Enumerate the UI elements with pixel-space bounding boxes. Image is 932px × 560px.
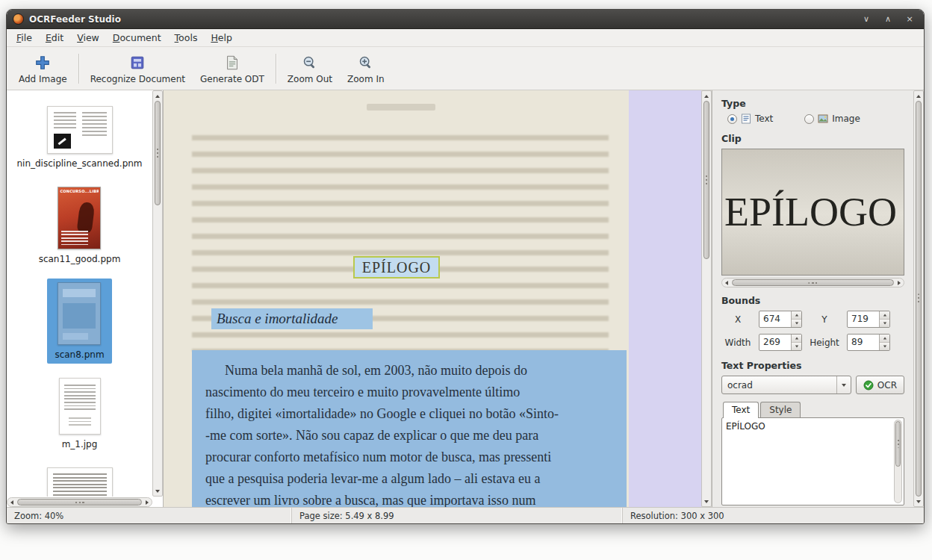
scroll-up-icon[interactable] [153, 92, 162, 100]
tab-text[interactable]: Text [723, 402, 759, 418]
pages-vertical-scrollbar[interactable] [152, 90, 163, 497]
page-size-status: Page size: 5.49 x 8.99 [292, 508, 623, 523]
height-spinner[interactable]: 89 [847, 334, 890, 351]
page-thumbnail[interactable] [59, 378, 101, 435]
scroll-down-icon[interactable] [702, 497, 711, 505]
scroll-up-icon[interactable] [914, 92, 923, 100]
titlebar[interactable]: OCRFeeder Studio ∨ ∧ × [7, 10, 924, 29]
page-header-smudge [367, 104, 435, 111]
recognized-text[interactable]: EPÍLOGO [726, 421, 892, 432]
ocr-engine-value: ocrad [722, 376, 836, 393]
scroll-down-icon[interactable] [153, 487, 162, 495]
spin-down-icon[interactable] [880, 342, 889, 350]
menu-file[interactable]: File [10, 29, 39, 46]
tab-style[interactable]: Style [760, 402, 801, 418]
scrollbar-thumb[interactable] [916, 101, 922, 497]
recognized-text-area[interactable]: EPÍLOGO [721, 417, 904, 505]
text-region-subheading[interactable]: Busca e imortalidade [211, 308, 373, 329]
width-label: Width [721, 337, 754, 348]
spin-up-icon[interactable] [792, 335, 801, 342]
page-filename: scan11_good.ppm [39, 254, 121, 264]
height-value[interactable]: 89 [848, 335, 879, 350]
combo-dropdown-icon[interactable] [836, 376, 851, 393]
page-thumbnail[interactable] [58, 282, 101, 345]
spin-down-icon[interactable] [880, 319, 889, 327]
page-item-scan11[interactable]: CONCURSO...LIBRE? scan11_good.ppm [31, 183, 128, 268]
type-option-image[interactable]: Image [804, 113, 860, 124]
inspector-vertical-scrollbar[interactable] [913, 90, 924, 507]
scroll-down-icon[interactable] [914, 497, 923, 505]
clip-horizontal-scrollbar[interactable] [721, 278, 904, 287]
textarea-scrollbar[interactable] [894, 420, 902, 503]
menu-document[interactable]: Document [106, 29, 168, 46]
image-region-box[interactable] [629, 90, 701, 507]
menu-help[interactable]: Help [204, 29, 239, 46]
add-image-icon [34, 54, 51, 72]
scroll-right-icon[interactable] [895, 281, 904, 285]
recognize-document-label: Recognize Document [90, 74, 185, 84]
page-thumbnail[interactable] [47, 467, 113, 497]
minimize-button[interactable]: ∨ [858, 13, 874, 25]
scrollbar-thumb[interactable] [732, 279, 894, 286]
page-filename: scan8.pnm [55, 349, 104, 360]
page-item-nin-discipline[interactable]: nin_discipline_scanned.pnm [9, 102, 149, 172]
page-item-scan8-selected[interactable]: scan8.pnm [47, 279, 111, 364]
width-spinner[interactable]: 269 [759, 334, 802, 351]
page-thumbnail[interactable]: CONCURSO...LIBRE? [58, 187, 101, 249]
scrollbar-thumb[interactable] [895, 421, 901, 467]
zoom-in-label: Zoom In [347, 74, 385, 84]
selected-text-region-heading[interactable]: EPÍLOGO [353, 256, 440, 279]
generate-odt-button[interactable]: Generate ODT [193, 50, 272, 87]
add-image-button[interactable]: Add Image [11, 50, 75, 87]
close-button[interactable]: × [901, 13, 918, 25]
text-radio[interactable] [727, 114, 737, 124]
scrollbar-thumb[interactable] [17, 499, 142, 505]
app-icon [13, 13, 24, 25]
y-spinner[interactable]: 719 [847, 311, 890, 328]
text-properties-title: Text Properties [721, 360, 904, 371]
width-value[interactable]: 269 [759, 335, 791, 350]
scroll-left-icon[interactable] [722, 281, 731, 285]
maximize-button[interactable]: ∧ [880, 13, 896, 25]
scroll-left-icon[interactable] [7, 500, 16, 505]
scroll-right-icon[interactable] [143, 500, 152, 505]
spin-down-icon[interactable] [792, 342, 801, 350]
ocr-check-icon [863, 380, 874, 391]
ocr-engine-row: ocrad OCR [721, 376, 904, 394]
menu-view[interactable]: View [70, 29, 106, 46]
menu-tools[interactable]: Tools [168, 29, 205, 46]
scrollbar-thumb[interactable] [703, 101, 709, 259]
type-option-text[interactable]: Text [727, 113, 773, 124]
height-label: Height [807, 337, 842, 348]
text-region-paragraph[interactable]: Numa bela manhã de sol, em 2003, não mui… [192, 350, 627, 507]
ocr-engine-combobox[interactable]: ocrad [721, 376, 851, 394]
subheading-text: Busca e imortalidade [217, 311, 338, 327]
clip-preview: EPÍLOGO [721, 149, 904, 276]
zoom-out-button[interactable]: Zoom Out [280, 50, 340, 87]
image-radio[interactable] [804, 114, 814, 124]
paragraph-line: Numa bela manhã de sol, em 2003, não mui… [205, 360, 616, 382]
pages-horizontal-scrollbar[interactable] [7, 497, 152, 507]
y-label: Y [807, 314, 842, 325]
document-view[interactable]: EPÍLOGO Busca e imortalidade Numa bela m… [164, 90, 712, 507]
spin-up-icon[interactable] [880, 335, 889, 342]
scrollbar-thumb[interactable] [155, 101, 161, 205]
spin-up-icon[interactable] [792, 311, 801, 319]
scroll-up-icon[interactable] [702, 92, 711, 100]
ocr-button[interactable]: OCR [856, 376, 904, 394]
content-area: nin_discipline_scanned.pnm CONCURSO...LI… [7, 90, 924, 507]
spin-up-icon[interactable] [880, 311, 889, 319]
x-value[interactable]: 674 [759, 311, 791, 327]
spin-down-icon[interactable] [792, 319, 801, 327]
page-item-partial[interactable] [40, 464, 120, 497]
paragraph-line: procurar conforto metafísico num motor d… [205, 447, 616, 468]
page-thumbnail[interactable] [47, 106, 113, 154]
zoom-in-button[interactable]: Zoom In [340, 50, 392, 87]
recognize-document-button[interactable]: Recognize Document [83, 50, 193, 87]
menu-edit[interactable]: Edit [39, 29, 70, 46]
x-spinner[interactable]: 674 [759, 311, 802, 328]
page-canvas[interactable]: EPÍLOGO Busca e imortalidade Numa bela m… [164, 90, 701, 507]
document-vertical-scrollbar[interactable] [701, 90, 712, 507]
y-value[interactable]: 719 [848, 311, 879, 327]
page-item-m1[interactable]: m_1.jpg [52, 374, 108, 453]
